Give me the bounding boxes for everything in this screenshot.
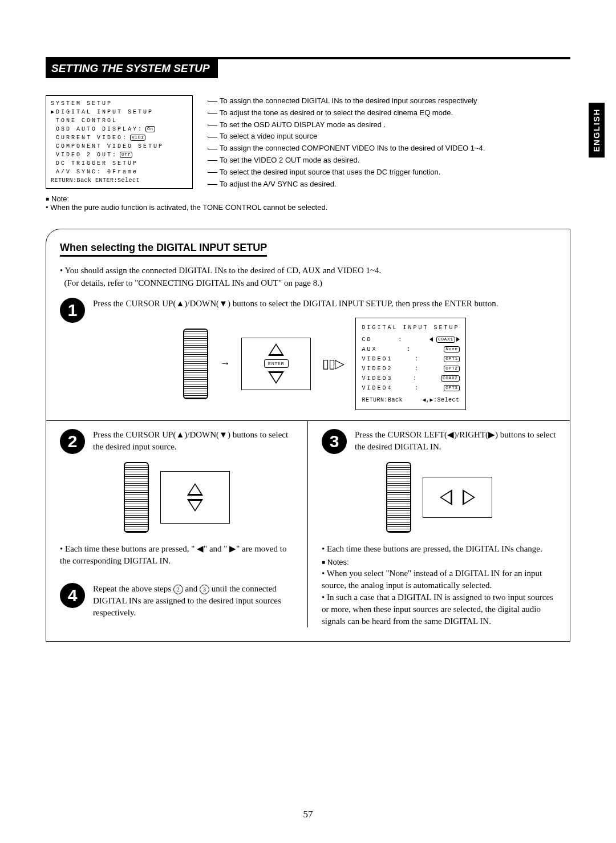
osd-line: OSD AUTO DISPLAY:On: [51, 125, 188, 133]
desc-line: To adjust the A/V SYNC as desired.: [208, 179, 485, 191]
desc-line: To set the OSD AUTO DISPLAY mode as desi…: [208, 119, 485, 131]
step-4: 4 Repeat the above steps 2 and 3 until t…: [60, 583, 294, 619]
note-block: Note: • When the pure audio function is …: [46, 194, 570, 212]
osd-line: VIDEO 2 OUT:Off: [51, 151, 188, 159]
step-2-text: Press the CURSOR UP(▲)/DOWN(▼) buttons t…: [93, 429, 294, 454]
step-1: 1 Press the CURSOR UP(▲)/DOWN(▼) buttons…: [60, 298, 556, 410]
step-number-1: 1: [60, 298, 85, 323]
step-3-text: Press the CURSOR LEFT(◀)/RIGHT(▶) button…: [355, 429, 556, 454]
osd-line: CURRENT VIDEO:VID1: [51, 133, 188, 142]
osd-line: TONE CONTROL: [51, 116, 188, 125]
setup-descriptions: To assign the connected DIGITAL INs to t…: [208, 95, 485, 190]
up-down-box: ENTER: [241, 338, 311, 390]
osd-line: ▶DIGITAL INPUT SETUP: [51, 108, 188, 116]
down-icon: [187, 499, 203, 512]
up-icon: [268, 343, 284, 356]
remote-graphic: [183, 329, 208, 399]
osd-line: A/V SYNC: 0Frame: [51, 168, 188, 176]
digital-input-osd: DIGITAL INPUT SETUP CD:COAX1 AUX:None VI…: [355, 318, 465, 410]
desc-line: To set the VIDEO 2 OUT mode as desired.: [208, 155, 485, 167]
remote-graphic: [124, 462, 149, 533]
desc-line: To assign the connected COMPONENT VIDEO …: [208, 143, 485, 155]
step-2: 2 Press the CURSOR UP(▲)/DOWN(▼) buttons…: [60, 429, 294, 454]
osd-line: DC TRIGGER SETUP: [51, 159, 188, 168]
step-4-text: Repeat the above steps 2 and 3 until the…: [93, 583, 294, 619]
step-1-text: Press the CURSOR UP(▲)/DOWN(▼) buttons t…: [93, 298, 556, 310]
step-number-3: 3: [322, 429, 347, 454]
steps-card: When selecting the DIGITAL INPUT SETUP •…: [46, 229, 570, 642]
sub-title: When selecting the DIGITAL INPUT SETUP: [60, 242, 267, 257]
section-title-bar: SETTING THE SYSTEM SETUP: [46, 57, 570, 78]
arrow-icon: ▯▯▷: [322, 356, 344, 371]
note-label: Note:: [46, 194, 69, 203]
step-number-4: 4: [60, 583, 85, 608]
down-icon: [268, 371, 284, 384]
page-number: 57: [0, 809, 616, 820]
desc-line: To select the desired input source that …: [208, 167, 485, 179]
step-number-2: 2: [60, 429, 85, 454]
desc-line: To adjust the tone as desired or to sele…: [208, 107, 485, 119]
note-text: • When the pure audio function is activa…: [46, 203, 327, 212]
osd-footer: RETURN:Back ENTER:Select: [51, 176, 188, 185]
step-3-after: • Each time these buttons are pressed, t…: [322, 543, 556, 627]
section-title: SETTING THE SYSTEM SETUP: [46, 59, 218, 78]
up-icon: [187, 483, 203, 496]
remote-graphic: [386, 462, 411, 533]
language-tab: ENGLISH: [589, 103, 605, 157]
left-icon: [440, 489, 452, 505]
left-right-box: [423, 477, 492, 518]
step-2-after: • Each time these buttons are pressed, "…: [60, 543, 294, 567]
enter-button-graphic: ENTER: [264, 359, 289, 368]
up-down-box: [160, 471, 230, 524]
intro-text: • You should assign the connected DIGITA…: [60, 265, 556, 290]
system-setup-osd: SYSTEM SETUP ▶DIGITAL INPUT SETUP TONE C…: [46, 95, 193, 189]
osd-header: SYSTEM SETUP: [51, 99, 188, 108]
desc-line: To select a video input source: [208, 131, 485, 143]
right-icon: [463, 489, 475, 505]
desc-line: To assign the connected DIGITAL INs to t…: [208, 95, 485, 107]
osd-line: COMPONENT VIDEO SETUP: [51, 142, 188, 151]
step-3: 3 Press the CURSOR LEFT(◀)/RIGHT(▶) butt…: [322, 429, 556, 454]
